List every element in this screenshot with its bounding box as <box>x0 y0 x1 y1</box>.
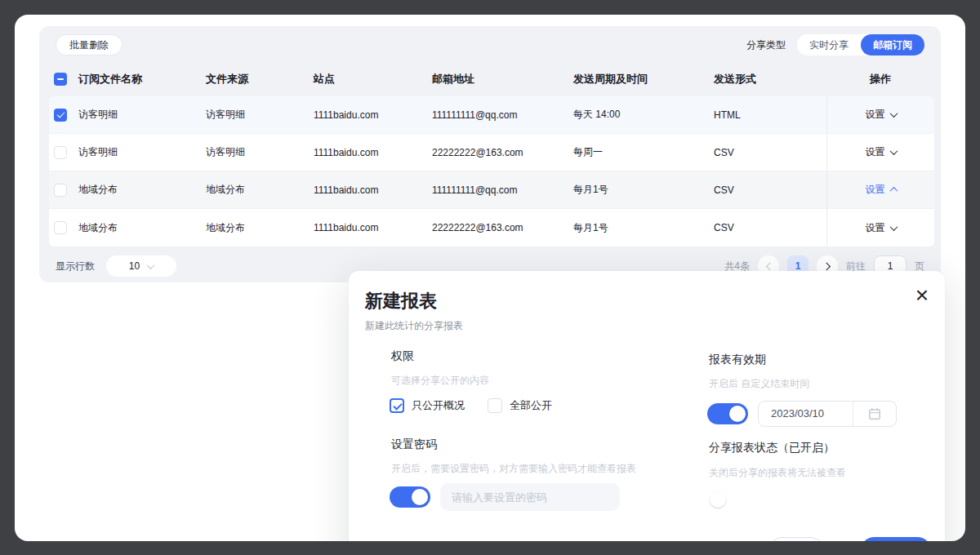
row-action-cell: 设置 <box>826 171 934 208</box>
settings-button[interactable]: 设置 <box>866 145 897 159</box>
chevron-down-icon <box>889 223 898 231</box>
header-action: 操作 <box>826 62 934 96</box>
row-source: 地域分布 <box>206 221 314 235</box>
app-window: 批量删除 分享类型 实时分享 邮箱订阅 订阅文件名称 文件来源 站点 邮箱地址 … <box>15 15 965 541</box>
share-type-segmented-control: 实时分享 邮箱订阅 <box>797 34 924 56</box>
row-site: 1111baidu.com <box>314 222 432 233</box>
row-email: 22222222@163.com <box>432 147 573 158</box>
table-body: 访客明细 访客明细 1111baidu.com 111111111@qq.com… <box>49 96 934 246</box>
row-checkbox-cell <box>49 109 78 122</box>
permission-options: 只公开概况 全部公开 <box>390 398 552 413</box>
toggle-knob <box>729 406 746 422</box>
table-header-row: 订阅文件名称 文件来源 站点 邮箱地址 发送周期及时间 发送形式 操作 <box>49 62 934 96</box>
chevron-right-icon <box>822 262 831 270</box>
header-site[interactable]: 站点 <box>314 72 432 87</box>
table-toolbar: 批量删除 分享类型 实时分享 邮箱订阅 <box>56 34 924 56</box>
header-source[interactable]: 文件来源 <box>206 72 314 87</box>
option-label: 全部公开 <box>510 398 552 413</box>
header-checkbox-cell <box>49 73 78 86</box>
settings-label: 设置 <box>866 108 885 122</box>
header-period[interactable]: 发送周期及时间 <box>573 72 714 87</box>
rows-per-page-label: 显示行数 <box>56 260 95 273</box>
status-section-title: 分享报表状态（已开启） <box>709 441 835 455</box>
password-row <box>390 483 620 511</box>
table-row[interactable]: 访客明细 访客明细 1111baidu.com 111111111@qq.com… <box>49 96 934 134</box>
row-checkbox[interactable] <box>54 184 67 197</box>
validity-section-title: 报表有效期 <box>709 353 766 367</box>
settings-label: 设置 <box>866 221 885 235</box>
permission-section-title: 权限 <box>391 349 414 364</box>
row-site: 1111baidu.com <box>314 109 432 121</box>
settings-button[interactable]: 设置 <box>866 221 897 235</box>
segment-email-subscription[interactable]: 邮箱订阅 <box>861 34 924 56</box>
chevron-down-icon <box>889 109 898 118</box>
chevron-down-icon <box>889 147 898 155</box>
row-source: 访客明细 <box>206 145 314 159</box>
password-toggle[interactable] <box>390 486 430 508</box>
row-checkbox[interactable] <box>54 146 67 159</box>
settings-button[interactable]: 设置 <box>866 108 897 122</box>
row-name: 地域分布 <box>78 183 206 197</box>
validity-toggle[interactable] <box>707 403 748 424</box>
subscription-table-card: 批量删除 分享类型 实时分享 邮箱订阅 订阅文件名称 文件来源 站点 邮箱地址 … <box>39 26 941 282</box>
row-action-cell: 设置 <box>826 209 934 246</box>
modal-title: 新建报表 <box>365 289 437 313</box>
validity-section-desc: 开启后 自定义结束时间 <box>709 377 809 391</box>
header-name[interactable]: 订阅文件名称 <box>78 72 206 87</box>
row-format: HTML <box>714 109 826 121</box>
batch-delete-button[interactable]: 批量删除 <box>56 34 122 56</box>
table-row[interactable]: 访客明细 访客明细 1111baidu.com 22222222@163.com… <box>49 134 934 171</box>
option-all-public[interactable]: 全部公开 <box>488 398 552 413</box>
checkbox-unchecked-icon[interactable] <box>488 398 502 413</box>
option-overview-only[interactable]: 只公开概况 <box>390 398 465 413</box>
date-picker-field[interactable]: 2023/03/10 <box>758 401 897 427</box>
settings-label: 设置 <box>866 145 885 159</box>
close-icon[interactable]: × <box>915 284 929 307</box>
modal-subtitle: 新建此统计的分享报表 <box>365 319 463 333</box>
confirm-button[interactable] <box>860 537 932 541</box>
row-format: CSV <box>714 147 826 158</box>
chevron-left-icon <box>765 262 773 270</box>
share-type-label: 分享类型 <box>746 38 786 52</box>
row-email: 22222222@163.com <box>432 222 573 233</box>
row-checkbox-cell <box>49 184 78 197</box>
row-checkbox[interactable] <box>54 221 67 234</box>
select-all-checkbox[interactable] <box>54 73 67 86</box>
toggle-knob <box>710 491 726 508</box>
permission-section-desc: 可选择分享公开的内容 <box>391 374 489 388</box>
cancel-button[interactable] <box>768 537 825 541</box>
header-email[interactable]: 邮箱地址 <box>432 72 573 87</box>
row-format: CSV <box>714 222 826 233</box>
row-name: 访客明细 <box>78 108 206 122</box>
rows-per-page-value: 10 <box>129 260 140 272</box>
checkbox-checked-icon[interactable] <box>390 398 404 413</box>
row-checkbox[interactable] <box>54 109 67 122</box>
row-action-cell: 设置 <box>826 134 934 171</box>
row-site: 1111baidu.com <box>314 184 432 196</box>
password-section-desc: 开启后，需要设置密码，对方需要输入密码才能查看报表 <box>391 462 636 476</box>
calendar-icon[interactable] <box>853 402 896 426</box>
password-section-title: 设置密码 <box>391 437 437 452</box>
header-format[interactable]: 发送形式 <box>714 72 826 87</box>
row-format: CSV <box>714 184 826 196</box>
settings-button-expanded[interactable]: 设置 <box>866 183 897 197</box>
password-input[interactable] <box>440 483 620 511</box>
validity-row: 2023/03/10 <box>707 401 897 427</box>
row-source: 地域分布 <box>206 183 314 197</box>
new-report-modal: 新建报表 × 新建此统计的分享报表 权限 可选择分享公开的内容 只公开概况 全部… <box>349 271 945 541</box>
row-period: 每天 14:00 <box>573 108 714 122</box>
row-checkbox-cell <box>49 146 78 159</box>
table-row[interactable]: 地域分布 地域分布 1111baidu.com 22222222@163.com… <box>49 209 934 246</box>
table-row[interactable]: 地域分布 地域分布 1111baidu.com 111111111@qq.com… <box>49 171 934 209</box>
subscription-table: 订阅文件名称 文件来源 站点 邮箱地址 发送周期及时间 发送形式 操作 访客明细… <box>49 62 934 246</box>
rows-per-page-select[interactable]: 10 <box>106 255 176 277</box>
row-email: 111111111@qq.com <box>432 184 573 196</box>
row-period: 每周一 <box>573 145 714 159</box>
settings-label: 设置 <box>866 183 885 197</box>
row-name: 访客明细 <box>78 145 206 159</box>
option-label: 只公开概况 <box>412 398 465 413</box>
segment-realtime-share[interactable]: 实时分享 <box>797 34 861 56</box>
status-section-desc: 关闭后分享的报表将无法被查看 <box>709 466 846 480</box>
chevron-up-icon <box>889 187 898 195</box>
row-email: 111111111@qq.com <box>432 109 573 121</box>
